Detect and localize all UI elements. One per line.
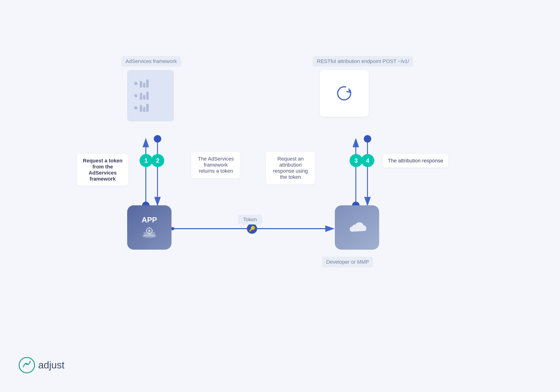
- bar: [143, 83, 145, 88]
- token-label: Token: [238, 215, 262, 224]
- svg-text:🔑: 🔑: [249, 226, 256, 232]
- server-dot-3: [134, 106, 137, 110]
- cloud-icon: [344, 218, 370, 237]
- bar: [140, 93, 142, 100]
- svg-point-20: [19, 357, 35, 373]
- bar: [143, 107, 145, 112]
- bar: [140, 105, 142, 112]
- server-bars-2: [140, 92, 149, 100]
- server-row-3: [132, 104, 169, 112]
- app-label: APP: [142, 216, 157, 224]
- bar: [146, 104, 149, 112]
- middle-desc-2: Request an attribution response using th…: [266, 152, 315, 184]
- step-circle-2: 2: [151, 154, 164, 167]
- adservices-label: AdServices framework: [121, 56, 181, 67]
- developer-label: Developer or MMP: [322, 257, 373, 267]
- step-circle-1: 1: [140, 154, 153, 167]
- app-icon: [140, 226, 159, 240]
- svg-point-15: [148, 230, 150, 232]
- svg-point-8: [171, 227, 174, 230]
- bar: [143, 95, 145, 100]
- right-callout: The attribution response: [383, 154, 448, 168]
- bar: [146, 80, 149, 88]
- refresh-icon: [335, 84, 353, 103]
- step-circle-3: 3: [350, 154, 363, 167]
- svg-point-9: [247, 223, 257, 234]
- server-dot-1: [134, 82, 137, 85]
- server-bars-1: [140, 80, 149, 88]
- middle-desc-1: The AdServices framework returns a token: [191, 152, 240, 178]
- adjust-logo-text: adjust: [38, 360, 64, 371]
- server-row-1: [132, 80, 169, 88]
- bar: [140, 81, 142, 88]
- step-circle-4: 4: [361, 154, 374, 167]
- svg-point-21: [26, 363, 28, 365]
- endpoint-box: [320, 70, 369, 117]
- app-box: APP: [127, 205, 171, 250]
- restful-label: RESTful attribution endpoint POST ~/v1/: [313, 56, 413, 67]
- server-dot-2: [134, 94, 137, 97]
- bar: [146, 92, 149, 100]
- server-row-2: [132, 92, 169, 100]
- server-bars-3: [140, 104, 149, 112]
- adjust-logo: adjust: [19, 357, 64, 373]
- mmp-box: [335, 205, 379, 250]
- left-callout: Request a token from the AdServices fram…: [77, 154, 128, 186]
- diagram-area: 🔑 AdServices framework: [65, 42, 509, 322]
- adjust-logo-icon: [19, 357, 35, 373]
- server-box: [127, 70, 174, 121]
